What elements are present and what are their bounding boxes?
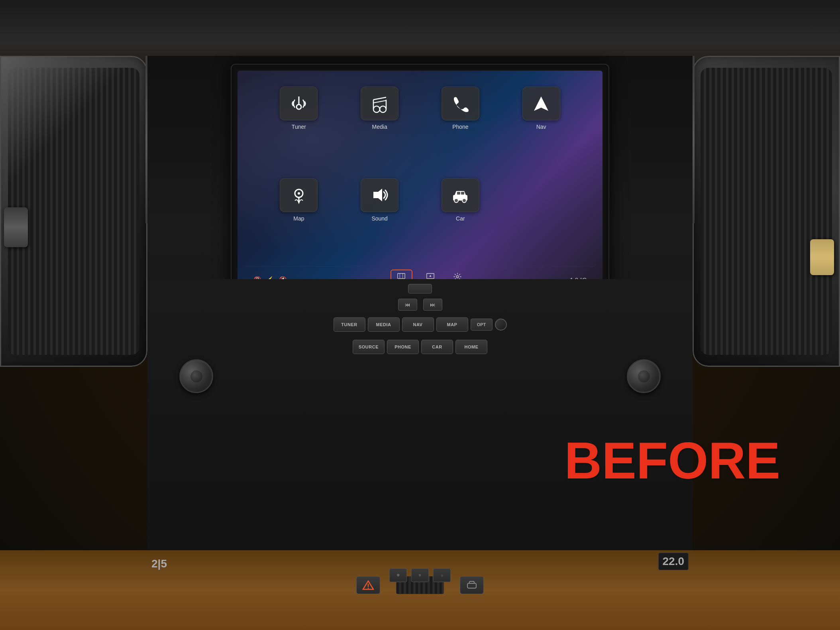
media-icon	[370, 94, 389, 113]
nav-label: Nav	[536, 124, 546, 130]
app-item-map[interactable]: Map	[261, 178, 336, 262]
car-interior: Tuner	[0, 0, 840, 630]
car-hw-button[interactable]: CAR	[421, 340, 453, 354]
vent-right	[693, 56, 840, 367]
tuner-icon	[289, 94, 308, 113]
next-track-button[interactable]: ⏭	[423, 299, 442, 311]
svg-point-28	[368, 588, 369, 589]
phone-label: Phone	[452, 124, 468, 130]
center-console: Tuner	[147, 56, 693, 630]
trunk-button[interactable]	[460, 576, 484, 594]
sound-label: Sound	[371, 215, 387, 222]
hazard-icon	[362, 580, 374, 590]
knobs-area	[147, 357, 693, 395]
svg-rect-17	[461, 192, 464, 195]
svg-marker-23	[429, 275, 432, 277]
svg-line-7	[373, 100, 386, 103]
sound-icon	[370, 185, 389, 205]
svg-point-0	[296, 104, 301, 109]
svg-point-10	[298, 192, 300, 195]
climate-temp-right: 22.0	[658, 553, 689, 570]
labeled-buttons-row1: TUNER MEDIA NAV MAP OPT	[147, 313, 693, 335]
phone-icon-box[interactable]	[442, 87, 479, 120]
media-hw-button[interactable]: MEDIA	[368, 317, 400, 332]
app-item-sound[interactable]: Sound	[342, 178, 417, 262]
media-controls-row: ⏮ ⏭	[147, 297, 693, 313]
map-icon	[289, 185, 308, 205]
source-hw-button[interactable]: SOURCE	[353, 340, 385, 354]
screen-bezel: Tuner	[231, 64, 609, 306]
car-icon	[451, 185, 470, 205]
opt-button[interactable]: OPT	[471, 319, 493, 331]
eject-button[interactable]	[408, 284, 432, 293]
tuner-hw-button[interactable]: TUNER	[334, 317, 365, 332]
vent-left	[0, 56, 147, 367]
car-label: Car	[456, 215, 465, 222]
svg-marker-8	[534, 96, 548, 111]
svg-point-2	[380, 106, 386, 112]
trunk-icon	[466, 580, 478, 590]
nav-hw-button[interactable]: NAV	[402, 317, 434, 332]
circle-btn-right[interactable]	[495, 319, 507, 331]
app-item-media[interactable]: Media	[342, 87, 417, 170]
sound-icon-box[interactable]	[361, 178, 398, 212]
fan-btn-1[interactable]: ❄	[389, 568, 407, 582]
labeled-buttons-row2: SOURCE PHONE CAR HOME	[147, 335, 693, 357]
svg-point-3	[373, 106, 380, 112]
controls-top-row	[147, 279, 693, 297]
app-item-car[interactable]: Car	[423, 178, 498, 262]
home-hw-button[interactable]: HOME	[455, 340, 487, 354]
prev-track-button[interactable]: ⏮	[398, 299, 417, 311]
right-knob[interactable]	[627, 359, 661, 393]
climate-temp-left: 2|5	[151, 557, 167, 570]
map-hw-button[interactable]: MAP	[436, 317, 468, 332]
infotainment-screen: Tuner	[237, 71, 603, 299]
phone-icon	[451, 94, 470, 113]
fan-btn-2[interactable]: ≡	[411, 568, 429, 582]
svg-line-6	[373, 97, 386, 100]
media-icon-box[interactable]	[361, 87, 398, 120]
svg-marker-12	[373, 189, 382, 201]
svg-point-14	[454, 199, 458, 203]
app-item-nav[interactable]: Nav	[504, 87, 579, 170]
vent-slider-right[interactable]	[810, 239, 834, 275]
tuner-icon-box[interactable]	[280, 87, 318, 120]
svg-rect-16	[457, 192, 460, 195]
svg-point-25	[456, 276, 459, 278]
app-grid: Tuner	[245, 83, 595, 266]
fan-controls: ❄ ≡ ☼	[389, 568, 451, 582]
svg-point-15	[462, 199, 466, 203]
nav-icon	[532, 94, 551, 113]
car-icon-box[interactable]	[442, 178, 479, 212]
left-knob[interactable]	[179, 359, 213, 393]
tuner-label: Tuner	[292, 124, 306, 130]
app-item-phone[interactable]: Phone	[423, 87, 498, 170]
svg-rect-29	[467, 583, 476, 588]
svg-rect-18	[398, 273, 405, 278]
map-label: Map	[293, 215, 304, 222]
media-label: Media	[372, 124, 387, 130]
app-item-tuner[interactable]: Tuner	[261, 87, 336, 170]
hazard-button[interactable]	[356, 576, 380, 594]
vent-slider-left[interactable]	[4, 207, 28, 247]
nav-icon-box[interactable]	[522, 87, 560, 120]
map-icon-box[interactable]	[280, 178, 318, 212]
before-overlay-text: BEFORE	[564, 431, 780, 490]
fan-btn-3[interactable]: ☼	[433, 568, 451, 582]
phone-hw-button[interactable]: PHONE	[387, 340, 419, 354]
